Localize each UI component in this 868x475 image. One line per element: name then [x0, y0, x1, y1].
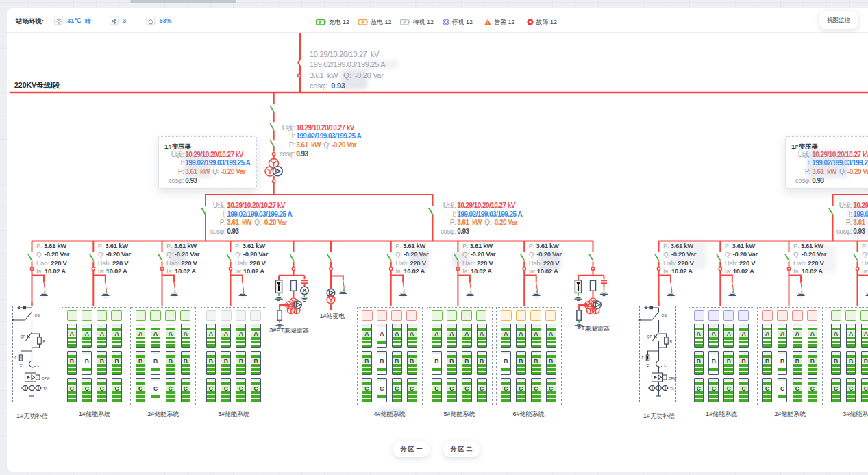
- svg-text:TA: TA: [670, 387, 675, 391]
- svg-text:R: R: [670, 339, 673, 343]
- svg-text:F: F: [642, 356, 644, 360]
- svg-text:R: R: [43, 339, 46, 343]
- svg-text:QF: QF: [647, 334, 652, 339]
- svg-text:QS: QS: [35, 313, 40, 317]
- svg-text:QPW: QPW: [669, 376, 677, 380]
- svg-text:L: L: [665, 363, 667, 367]
- svg-text:TA: TA: [43, 387, 48, 391]
- svg-text:QPW: QPW: [42, 376, 50, 380]
- svg-text:QF: QF: [21, 334, 25, 339]
- svg-text:L: L: [38, 363, 40, 367]
- svg-text:QS: QS: [662, 313, 667, 317]
- svg-text:F: F: [15, 356, 17, 360]
